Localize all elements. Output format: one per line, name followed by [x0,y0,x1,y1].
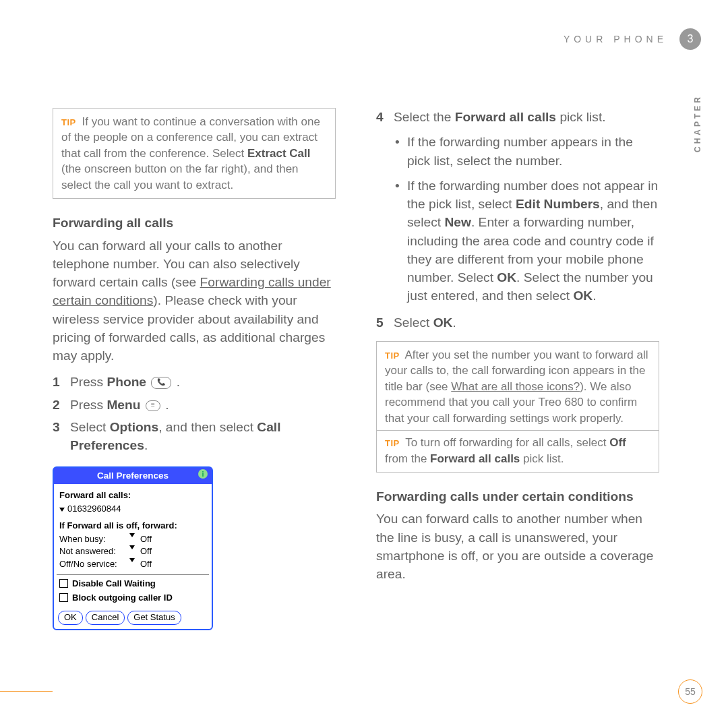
tip-label: TIP [385,438,400,448]
cancel-button: Cancel [86,611,125,624]
steps-1to3: 1 Press Phone . 2 Press Menu . [53,373,336,454]
forward-all-value: 01632960844 [67,504,121,514]
footer-rule [0,691,53,692]
phone-key-icon [151,377,171,389]
call-preferences-screenshot: Call Preferences i Forward all calls: 01… [53,466,213,630]
tip-extract-call: TIP If you want to continue a conversati… [53,108,336,199]
checkbox-block-caller-id [59,593,68,602]
info-icon: i [198,469,208,479]
para-forward-conditions: You can forward calls to another number … [376,510,659,583]
page-number: 55 [678,679,702,704]
menu-key-icon [146,400,160,411]
get-status-button: Get Status [127,611,181,624]
tip-label: TIP [61,117,76,127]
section-header: YOUR PHONE [564,34,667,44]
chapter-number-badge: 3 [679,28,701,50]
step4-bullets: If the forwarding number appears in the … [395,133,659,305]
heading-forward-all: Forwarding all calls [53,214,336,232]
label-forward-all: Forward all calls: [59,489,206,502]
ok-button: OK [58,611,83,624]
left-column: TIP If you want to continue a conversati… [53,108,336,630]
tip-label: TIP [385,351,400,361]
dropdown-icon [59,508,65,512]
dialog-title: Call Preferences [97,471,169,481]
chapter-side-label: CHAPTER [693,94,702,152]
label-if-off: If Forward all is off, forward: [59,520,206,532]
link-what-are-icons[interactable]: What are all those icons? [451,380,580,393]
checkbox-disable-call-waiting [59,579,68,588]
steps-4to5: 4 Select the Forward all calls pick list… [376,108,659,126]
right-column: 4 Select the Forward all calls pick list… [376,108,659,630]
para-forward-all: You can forward all your calls to anothe… [53,237,336,365]
heading-forward-conditions: Forwarding calls under certain condition… [376,487,659,506]
tip-forward-icon: TIP After you set the number you want to… [376,341,659,473]
